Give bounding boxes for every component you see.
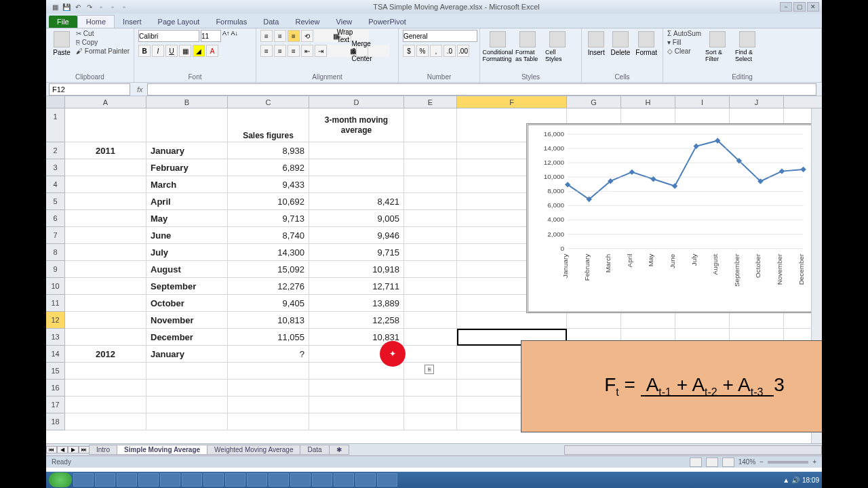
cell[interactable] <box>65 108 146 142</box>
cell[interactable]: 12,258 <box>309 312 404 328</box>
tab-nav-first[interactable]: ⏮ <box>46 446 57 453</box>
paste-button[interactable]: Paste <box>50 30 73 58</box>
taskbar-app[interactable] <box>73 473 94 487</box>
taskbar-app[interactable] <box>377 473 397 487</box>
zoom-level[interactable]: 140% <box>738 458 756 466</box>
cell[interactable] <box>404 346 457 362</box>
row-12[interactable]: 12 <box>46 312 64 329</box>
undo-icon[interactable]: ↶ <box>73 2 83 12</box>
cell[interactable] <box>404 312 457 328</box>
align-right[interactable]: ≡ <box>288 45 300 57</box>
cell[interactable]: February <box>146 159 228 176</box>
cell[interactable] <box>404 176 457 192</box>
currency-button[interactable]: $ <box>403 45 415 57</box>
fill-color-button[interactable]: ◢ <box>193 45 205 57</box>
cell[interactable] <box>65 210 146 226</box>
cell[interactable] <box>309 413 404 430</box>
align-bottom[interactable]: ≡ <box>288 30 300 42</box>
cell[interactable] <box>228 363 309 379</box>
cell[interactable] <box>146 380 228 396</box>
fx-icon[interactable]: fx <box>133 85 147 94</box>
cell[interactable] <box>404 244 457 260</box>
cell[interactable]: 8,421 <box>309 193 404 209</box>
cell[interactable]: March <box>146 176 228 192</box>
cell[interactable] <box>65 176 146 192</box>
sheet-tab-intro[interactable]: Intro <box>89 445 117 455</box>
cell[interactable]: 15,092 <box>228 261 309 277</box>
open-icon[interactable]: ▫ <box>108 2 117 12</box>
row-17[interactable]: 17 <box>46 396 64 413</box>
cell[interactable]: August <box>146 261 228 277</box>
orientation-button[interactable]: ⟲ <box>301 30 313 42</box>
row-11[interactable]: 11 <box>46 295 64 312</box>
cell[interactable]: 11,055 <box>228 329 309 345</box>
minimize-button[interactable]: − <box>780 2 792 12</box>
align-center[interactable]: ≡ <box>274 45 286 57</box>
col-D[interactable]: D <box>309 96 404 108</box>
tray-icons[interactable]: ▲ 🔊 <box>783 476 800 484</box>
indent-inc[interactable]: ⇥ <box>315 45 327 57</box>
align-middle[interactable]: ≡ <box>274 30 286 42</box>
tab-nav-next[interactable]: ▶ <box>68 446 79 453</box>
cell[interactable] <box>404 295 457 311</box>
redo-icon[interactable]: ↷ <box>85 2 94 12</box>
cell[interactable]: 9,715 <box>309 244 404 260</box>
percent-button[interactable]: % <box>416 45 429 57</box>
format-as-table-button[interactable]: Format as Table <box>514 30 541 64</box>
tab-insert[interactable]: Insert <box>115 16 150 28</box>
tab-review[interactable]: Review <box>287 16 328 28</box>
sheet-tab-sma[interactable]: Simple Moving Average <box>117 445 208 455</box>
border-button[interactable]: ▦ <box>179 45 191 57</box>
dec-decimal[interactable]: .00 <box>457 45 469 57</box>
col-A[interactable]: A <box>65 96 146 108</box>
worksheet-grid[interactable]: A B C D E F G H I J 12345678910111213141… <box>46 96 822 443</box>
cell[interactable]: January <box>146 142 228 159</box>
cell[interactable]: 2012 <box>65 346 146 362</box>
cell[interactable]: 6,892 <box>228 159 309 176</box>
taskbar-app[interactable] <box>290 473 311 487</box>
cell[interactable]: April <box>146 193 228 209</box>
cell[interactable] <box>65 380 146 396</box>
cell[interactable] <box>621 312 675 328</box>
select-all-corner[interactable] <box>46 96 65 108</box>
row-7[interactable]: 7 <box>46 227 64 244</box>
cell[interactable] <box>404 142 457 159</box>
cell[interactable] <box>146 396 228 413</box>
taskbar-app[interactable] <box>334 473 354 487</box>
cell[interactable] <box>457 312 567 328</box>
col-B[interactable]: B <box>146 96 228 108</box>
taskbar-app[interactable] <box>138 473 159 487</box>
cell[interactable] <box>65 278 146 294</box>
cell[interactable] <box>675 312 730 328</box>
cell[interactable]: June <box>146 227 228 243</box>
sheet-tab-data[interactable]: Data <box>300 445 329 455</box>
print-icon[interactable]: ▫ <box>119 2 129 12</box>
copy-button[interactable]: ⎘ Copy <box>76 39 130 46</box>
cell[interactable]: 2011 <box>65 142 146 159</box>
merge-center-button[interactable]: ▦ Merge & Center <box>328 45 389 57</box>
cell[interactable]: 10,692 <box>228 193 309 209</box>
cell[interactable]: 13,889 <box>309 295 404 311</box>
close-button[interactable]: ✕ <box>807 2 819 12</box>
cell[interactable] <box>146 108 228 142</box>
cell[interactable] <box>309 159 404 176</box>
cell[interactable]: 9,005 <box>309 210 404 226</box>
cell[interactable] <box>404 193 457 209</box>
sheet-tab-wma[interactable]: Weighted Moving Average <box>207 445 300 455</box>
format-painter-button[interactable]: 🖌 Format Painter <box>76 47 130 55</box>
cell[interactable] <box>404 413 457 430</box>
cell[interactable] <box>65 413 146 430</box>
number-format-select[interactable] <box>403 30 477 42</box>
cell[interactable] <box>404 396 457 413</box>
view-normal[interactable] <box>690 458 702 467</box>
view-pagebreak[interactable] <box>722 458 734 467</box>
cell[interactable]: May <box>146 210 228 226</box>
cell[interactable]: 10,918 <box>309 261 404 277</box>
cell[interactable] <box>65 193 146 209</box>
taskbar-app[interactable] <box>160 473 180 487</box>
row-16[interactable]: 16 <box>46 380 64 396</box>
row-1[interactable]: 1 <box>46 108 64 142</box>
zoom-in[interactable]: + <box>812 458 816 466</box>
tab-nav-last[interactable]: ⏭ <box>79 446 90 453</box>
row-2[interactable]: 2 <box>46 142 64 159</box>
